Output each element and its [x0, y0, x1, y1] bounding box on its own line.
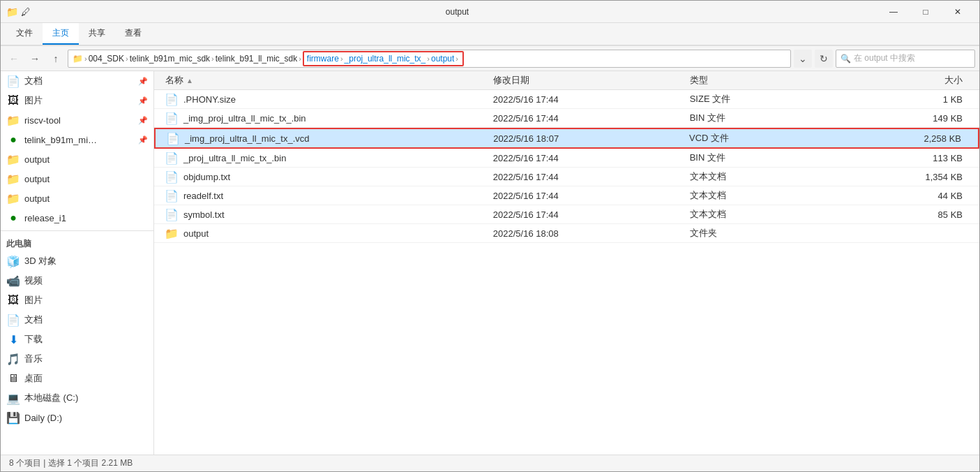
breadcrumb-sdk3[interactable]: telink_b91_ll_mic_sdk [216, 54, 297, 64]
folder-icon-output3: 📁 [6, 191, 20, 205]
docs-icon: 📄 [6, 313, 20, 327]
table-row[interactable]: 📄 symbol.txt 2022/5/16 17:44 文本文档 85 KB [154, 205, 979, 224]
sidebar-item-output3[interactable]: 📁 output [1, 189, 153, 208]
video-icon: 📹 [6, 274, 20, 288]
back-button[interactable]: ← [5, 50, 23, 68]
photo-icon: 🖼 [6, 293, 20, 307]
sidebar-item-pictures[interactable]: 🖼 图片 📌 [1, 91, 153, 110]
sidebar-item-music[interactable]: 🎵 音乐 [1, 349, 153, 369]
sidebar-label-release: release_i1 [24, 213, 66, 223]
file-date: 2022/5/16 18:08 [493, 228, 690, 239]
pictures-icon: 🖼 [6, 94, 20, 108]
main-area: 📄 文档 📌 🖼 图片 📌 📁 riscv-tool 📌 ● telink_b9… [1, 71, 979, 455]
file-rows-container: 📄 .PHONY.size 2022/5/16 17:44 SIZE 文件 1 … [154, 90, 979, 243]
col-name[interactable]: 名称 ▲ [165, 74, 493, 87]
breadcrumb-sdk1[interactable]: 004_SDK [89, 54, 124, 64]
sidebar-item-telink[interactable]: ● telink_b91m_mi… 📌 [1, 130, 153, 149]
sidebar-item-docs[interactable]: 📄 文档 [1, 310, 153, 330]
sidebar-item-photos[interactable]: 🖼 图片 [1, 290, 153, 310]
file-name: _proj_ultra_ll_mic_tx_.bin [183, 153, 286, 163]
address-box[interactable]: 📁 › 004_SDK › telink_b91m_mic_sdk › teli… [68, 50, 791, 68]
breadcrumb-output[interactable]: output [431, 54, 454, 64]
sidebar-item-output2[interactable]: 📁 output [1, 169, 153, 189]
col-name-label: 名称 [165, 74, 183, 87]
folder-icon-output2: 📁 [6, 172, 20, 186]
sidebar-item-release[interactable]: ● release_i1 [1, 208, 153, 228]
table-row[interactable]: 📄 objdump.txt 2022/5/16 17:44 文本文档 1,354… [154, 168, 979, 186]
refresh-button[interactable]: ↻ [815, 50, 833, 68]
sidebar-label-music: 音乐 [24, 353, 43, 365]
status-text: 8 个项目 | 选择 1 个项目 2.21 MB [9, 457, 133, 469]
sidebar-label-cdrive: 本地磁盘 (C:) [24, 392, 78, 404]
address-highlighted-segment[interactable]: firmware › _proj_ultra_ll_mic_tx_ › outp… [303, 51, 464, 66]
table-row[interactable]: 📄 .PHONY.size 2022/5/16 17:44 SIZE 文件 1 … [154, 90, 979, 109]
file-name: objdump.txt [183, 172, 230, 182]
window-controls[interactable]: — □ ✕ [877, 1, 974, 23]
file-area: 名称 ▲ 修改日期 类型 大小 📄 .PHONY.size 2022/5/16 … [154, 71, 979, 455]
search-box[interactable]: 🔍 在 output 中搜索 [836, 50, 975, 68]
sidebar: 📄 文档 📌 🖼 图片 📌 📁 riscv-tool 📌 ● telink_b9… [1, 71, 154, 455]
sidebar-item-video[interactable]: 📹 视频 [1, 271, 153, 290]
breadcrumb-firmware[interactable]: firmware [307, 54, 339, 64]
sidebar-label-video: 视频 [24, 274, 43, 287]
col-size[interactable]: 大小 [854, 74, 968, 87]
tab-home[interactable]: 主页 [43, 23, 79, 45]
sidebar-item-riscv[interactable]: 📁 riscv-tool 📌 [1, 110, 153, 130]
downloads-icon: ⬇ [6, 332, 20, 346]
ddrive-icon: 💾 [6, 411, 20, 425]
table-row[interactable]: 📄 _proj_ultra_ll_mic_tx_.bin 2022/5/16 1… [154, 149, 979, 168]
folder-icon: 📁 [6, 6, 17, 17]
window: 📁 🖊 output — □ ✕ 文件 主页 共享 查看 ← → ↑ 📁 › 0… [0, 0, 980, 472]
sidebar-item-cdrive[interactable]: 💻 本地磁盘 (C:) [1, 388, 153, 408]
breadcrumb-part-1[interactable]: 📁 [73, 54, 83, 64]
file-type: SIZE 文件 [690, 93, 854, 105]
close-button[interactable]: ✕ [942, 1, 974, 23]
pin-icon: 📌 [138, 77, 148, 86]
sidebar-item-documents[interactable]: 📄 文档 📌 [1, 71, 153, 91]
file-date: 2022/5/16 17:44 [493, 172, 690, 182]
search-placeholder: 在 output 中搜索 [854, 52, 915, 64]
table-row[interactable]: 📄 _img_proj_ultra_ll_mic_tx_.vcd 2022/5/… [154, 128, 979, 149]
tab-file[interactable]: 文件 [6, 23, 43, 45]
up-button[interactable]: ↑ [47, 50, 65, 68]
forward-button[interactable]: → [26, 50, 44, 68]
file-type: BIN 文件 [690, 152, 854, 164]
thispc-header: 此电脑 [1, 234, 153, 251]
file-icon: 📁 [165, 227, 178, 239]
file-name-cell: 📁 output [165, 227, 493, 239]
tab-view[interactable]: 查看 [115, 23, 151, 45]
table-row[interactable]: 📄 readelf.txt 2022/5/16 17:44 文本文档 44 KB [154, 186, 979, 205]
sidebar-label-documents: 文档 [24, 75, 43, 87]
file-icon: 📄 [165, 170, 178, 183]
sidebar-item-downloads[interactable]: ⬇ 下载 [1, 330, 153, 349]
sidebar-item-output1[interactable]: 📁 output [1, 149, 153, 169]
sidebar-label-output3: output [24, 193, 50, 204]
sidebar-label-telink: telink_b91m_mi… [24, 135, 97, 145]
breadcrumb: 📁 › 004_SDK › telink_b91m_mic_sdk › teli… [73, 54, 303, 64]
dropdown-button[interactable]: ⌄ [794, 50, 812, 68]
col-type[interactable]: 类型 [690, 74, 854, 87]
maximize-button[interactable]: □ [910, 1, 942, 23]
table-row[interactable]: 📄 _img_proj_ultra_ll_mic_tx_.bin 2022/5/… [154, 109, 979, 128]
sort-arrow: ▲ [186, 77, 193, 84]
breadcrumb-sdk2[interactable]: telink_b91m_mic_sdk [130, 54, 210, 64]
folder-icon-output1: 📁 [6, 152, 20, 166]
file-size: 113 KB [854, 153, 968, 163]
file-name-cell: 📄 readelf.txt [165, 189, 493, 202]
breadcrumb-proj[interactable]: _proj_ultra_ll_mic_tx_ [345, 54, 426, 64]
table-row[interactable]: 📁 output 2022/5/16 18:08 文件夹 [154, 224, 979, 243]
file-name: readelf.txt [183, 191, 223, 201]
col-date[interactable]: 修改日期 [493, 74, 690, 87]
sidebar-item-desktop[interactable]: 🖥 桌面 [1, 369, 153, 388]
file-header: 名称 ▲ 修改日期 类型 大小 [154, 71, 979, 90]
file-name-cell: 📄 objdump.txt [165, 170, 493, 183]
file-icon: 📄 [165, 112, 178, 124]
window-title: output [37, 7, 877, 17]
sidebar-item-ddrive[interactable]: 💾 Daily (D:) [1, 408, 153, 427]
file-date: 2022/5/16 17:44 [493, 94, 690, 105]
tab-share[interactable]: 共享 [79, 23, 115, 45]
telink-icon: ● [6, 133, 20, 147]
file-icon: 📄 [165, 208, 178, 221]
minimize-button[interactable]: — [877, 1, 910, 23]
sidebar-item-3d[interactable]: 🧊 3D 对象 [1, 251, 153, 271]
